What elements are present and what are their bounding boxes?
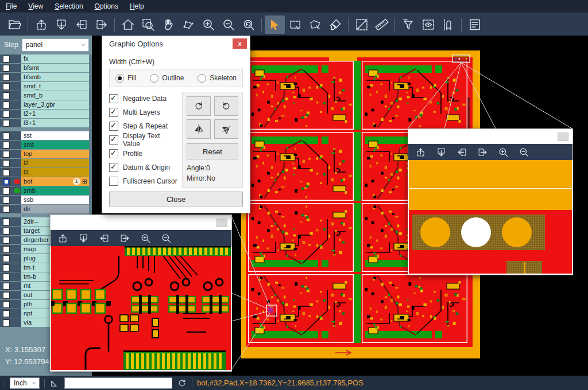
- layer-label[interactable]: bfsmt: [21, 64, 89, 72]
- layer-checkbox[interactable]: [3, 264, 10, 271]
- tool-pan-down[interactable]: [78, 233, 89, 244]
- window-titlebar[interactable]: [51, 215, 231, 230]
- callout-marker-top-right[interactable]: [452, 55, 470, 63]
- layer-label[interactable]: top: [21, 150, 89, 158]
- checkbox-icon[interactable]: [109, 135, 118, 145]
- rotate-ccw-button[interactable]: [214, 96, 238, 116]
- tool-report-list[interactable]: [465, 15, 485, 34]
- tool-pan-down[interactable]: [51, 15, 71, 34]
- menu-options[interactable]: Options: [89, 1, 124, 12]
- tool-snap-magnet[interactable]: [438, 15, 458, 34]
- tool-ruler[interactable]: [372, 15, 392, 34]
- layer-row-bot[interactable]: bot1⊞: [0, 177, 89, 186]
- layer-label[interactable]: fx: [21, 54, 89, 63]
- layer-checkbox[interactable]: [3, 301, 10, 308]
- step-select[interactable]: panel: [22, 38, 89, 52]
- layer-row-l3[interactable]: l3: [0, 168, 89, 177]
- radio-fill[interactable]: Fill: [115, 74, 136, 83]
- tool-measure-distance[interactable]: [351, 15, 372, 34]
- layer-row-bfsmt[interactable]: bfsmt: [0, 64, 89, 72]
- tool-pan-down[interactable]: [436, 147, 447, 158]
- close-button[interactable]: Close: [109, 192, 243, 206]
- layer-checkbox[interactable]: [3, 310, 10, 317]
- tool-pan-right[interactable]: [91, 15, 111, 34]
- option-step-repeat[interactable]: Step & Repeat: [109, 119, 177, 133]
- layer-checkbox[interactable]: [3, 197, 10, 204]
- layer-label[interactable]: smb: [21, 186, 89, 195]
- tool-zoom-in[interactable]: [198, 15, 218, 34]
- layer-row-bfsmb[interactable]: bfsmb: [0, 73, 89, 81]
- layer-row-l2[interactable]: l2: [0, 159, 89, 167]
- mirror-vert-button[interactable]: [187, 119, 211, 139]
- tool-filter[interactable]: [398, 15, 418, 34]
- layer-row-ssb[interactable]: ssb: [0, 196, 89, 204]
- layer-row-l2+1[interactable]: l2+1: [0, 110, 89, 118]
- tool-pan-right[interactable]: [477, 147, 488, 158]
- tool-zoom-out[interactable]: [519, 147, 529, 158]
- option-display-text-value[interactable]: Display Text Value: [109, 133, 177, 147]
- layer-row-dir[interactable]: dir: [0, 205, 89, 213]
- layer-label[interactable]: smd_b: [21, 91, 89, 100]
- radio-skeleton[interactable]: Skeleton: [198, 74, 237, 83]
- layer-checkbox[interactable]: [3, 92, 10, 99]
- layer-label[interactable]: l2+1: [21, 110, 89, 118]
- layer-checkbox[interactable]: [3, 219, 10, 225]
- zoomed-pcb-view[interactable]: [408, 160, 572, 274]
- radio-dot-icon[interactable]: [198, 74, 206, 83]
- tool-zoom-in[interactable]: [140, 233, 151, 244]
- menu-file[interactable]: File: [0, 1, 22, 12]
- command-input[interactable]: [64, 377, 172, 389]
- layer-row-layer_3.gbr[interactable]: layer_3.gbr: [0, 100, 89, 109]
- layer-checkbox[interactable]: [3, 65, 10, 72]
- layer-checkbox[interactable]: [3, 169, 10, 176]
- tool-pan-up[interactable]: [415, 147, 426, 158]
- layer-checkbox[interactable]: [3, 319, 10, 326]
- tool-home[interactable]: [118, 15, 138, 34]
- tool-pan-up[interactable]: [31, 15, 51, 34]
- option-profile[interactable]: Profile: [109, 147, 177, 161]
- layer-checkbox[interactable]: [3, 237, 10, 244]
- radio-dot-icon[interactable]: [115, 74, 124, 83]
- option-multi-layers[interactable]: Multi Layers: [109, 106, 177, 119]
- layer-checkbox[interactable]: [3, 206, 10, 213]
- checkbox-icon[interactable]: [109, 122, 118, 131]
- tool-pan-left[interactable]: [99, 233, 110, 244]
- tool-pan-right[interactable]: [119, 233, 130, 244]
- layer-label[interactable]: smt: [21, 141, 89, 149]
- layer-checkbox[interactable]: [3, 102, 10, 108]
- tool-select-arrow[interactable]: [265, 15, 285, 34]
- step-repeat-grid-icon[interactable]: ⊞: [82, 177, 87, 186]
- tool-zoom-previous[interactable]: [238, 15, 258, 34]
- layer-label[interactable]: l3+1: [21, 119, 89, 127]
- tool-view-box[interactable]: [418, 15, 438, 34]
- layer-label[interactable]: l3: [21, 168, 89, 177]
- close-icon[interactable]: x: [233, 38, 247, 49]
- tool-brush[interactable]: [325, 15, 345, 34]
- layer-label[interactable]: bfsmb: [21, 73, 89, 81]
- checkbox-icon[interactable]: [109, 94, 118, 103]
- menu-view[interactable]: View: [22, 1, 49, 12]
- layer-row-smd_b[interactable]: smd_b: [0, 91, 89, 100]
- layer-row-top[interactable]: top: [0, 150, 89, 158]
- zoomed-pcb-view[interactable]: [51, 246, 231, 370]
- layer-label[interactable]: ssb: [21, 196, 89, 204]
- tool-pan-left[interactable]: [457, 147, 467, 158]
- layer-checkbox[interactable]: [3, 120, 10, 127]
- reset-button[interactable]: Reset: [187, 143, 238, 159]
- layer-row-smt[interactable]: smt: [0, 141, 89, 149]
- checkbox-icon[interactable]: [109, 177, 118, 186]
- window-button-icon[interactable]: [216, 219, 227, 227]
- layer-row-smd_t[interactable]: smd_t: [0, 82, 89, 91]
- layer-row-sst[interactable]: sst: [0, 131, 89, 140]
- layer-checkbox[interactable]: [3, 188, 10, 194]
- checkbox-icon[interactable]: [109, 149, 118, 158]
- layer-checkbox[interactable]: [3, 246, 10, 253]
- layer-checkbox[interactable]: [3, 151, 10, 158]
- layer-checkbox[interactable]: [3, 74, 10, 81]
- tool-select-rectangle[interactable]: [285, 15, 305, 34]
- menu-help[interactable]: Help: [124, 1, 150, 12]
- layer-label[interactable]: layer_3.gbr: [21, 100, 89, 109]
- layer-row-l3+1[interactable]: l3+1: [0, 119, 89, 127]
- layer-checkbox[interactable]: [3, 228, 10, 235]
- layer-label[interactable]: l2: [21, 159, 89, 167]
